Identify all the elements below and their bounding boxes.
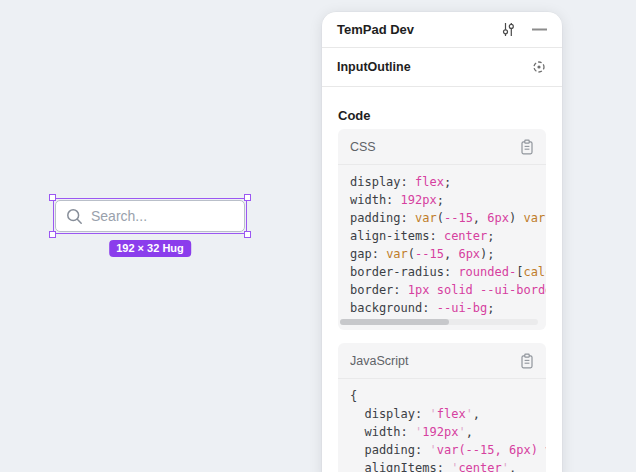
code-line: border-radius: rounded-[calc(var (350, 263, 546, 281)
scrollbar-thumb[interactable] (340, 319, 449, 325)
code-line: padding: var(--15, 6px) var(-- (350, 209, 546, 227)
search-input-component[interactable]: Search... (55, 200, 245, 232)
selected-node-name: InputOutline (337, 60, 411, 74)
css-block-header: CSS (338, 129, 546, 165)
figma-workspace: { "canvas": { "search_component": { "pla… (0, 0, 636, 472)
code-line: align-items: center; (350, 227, 546, 245)
code-line: gap: var(--15, 6px); (350, 245, 546, 263)
javascript-block-label: JavaScript (350, 354, 408, 368)
selection-handle[interactable] (49, 194, 56, 201)
code-section-header: Code (322, 87, 562, 124)
sliders-icon[interactable] (500, 21, 517, 38)
code-line: border: 1px solid --ui-border- (350, 281, 546, 299)
search-icon (66, 208, 83, 225)
target-icon[interactable] (531, 59, 547, 75)
css-code-block: CSS display: flex;width: 192px;padding: … (338, 129, 546, 330)
javascript-code-block: JavaScript { display: 'flex', width: '19… (338, 343, 546, 472)
copy-clipboard-icon[interactable] (520, 139, 534, 155)
horizontal-scrollbar (340, 319, 538, 325)
selected-node-row: InputOutline (322, 48, 562, 87)
css-code-content[interactable]: display: flex;width: 192px;padding: var(… (338, 165, 546, 330)
javascript-code-content[interactable]: { display: 'flex', width: '192px', paddi… (338, 379, 546, 472)
tempad-dev-panel: TemPad Dev InputOutline (322, 12, 562, 472)
selection-handle[interactable] (244, 194, 251, 201)
code-section-title: Code (338, 108, 371, 123)
minimize-icon[interactable] (532, 22, 547, 37)
code-line: alignItems: 'center', (350, 459, 546, 472)
selection-handle[interactable] (244, 231, 251, 238)
code-line: width: '192px', (350, 423, 546, 441)
search-placeholder-text: Search... (91, 208, 147, 224)
panel-header: TemPad Dev (322, 12, 562, 48)
css-block-label: CSS (350, 140, 376, 154)
code-line: { (350, 387, 546, 405)
copy-clipboard-icon[interactable] (520, 353, 534, 369)
selection-handle[interactable] (49, 231, 56, 238)
code-line: padding: 'var(--15, 6px) var( (350, 441, 546, 459)
code-line: display: flex; (350, 173, 546, 191)
code-line: display: 'flex', (350, 405, 546, 423)
javascript-block-header: JavaScript (338, 343, 546, 379)
panel-title: TemPad Dev (337, 22, 500, 37)
code-line: background: --ui-bg; (350, 299, 546, 317)
size-badge: 192 × 32 Hug (109, 240, 191, 257)
code-blocks: CSS display: flex;width: 192px;padding: … (322, 124, 562, 472)
code-line: width: 192px; (350, 191, 546, 209)
